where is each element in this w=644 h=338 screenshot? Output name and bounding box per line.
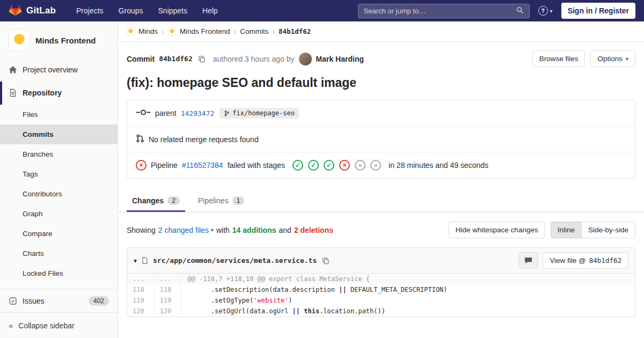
search-icon: [516, 6, 524, 16]
diff-file: ▾ src/app/common/services/meta.service.t…: [127, 247, 635, 317]
sidebar-item-project-overview[interactable]: Project overview: [0, 58, 118, 82]
sidebar-item-graph[interactable]: Graph: [0, 204, 118, 224]
chevron-down-icon: ▾: [550, 8, 553, 14]
old-line-number[interactable]: 119: [127, 295, 154, 306]
commit-title: (fix): homepage SEO and default image: [127, 76, 635, 90]
commit-header: Commit 84b1df62 authored 3 hours ago by …: [118, 42, 644, 72]
sidebar-item-compare[interactable]: Compare: [0, 224, 118, 244]
tab-pipelines[interactable]: Pipelines 1: [193, 189, 250, 212]
pipeline-duration-text: in 28 minutes and 49 seconds: [389, 161, 488, 170]
sidebar-item-files[interactable]: Files: [0, 105, 118, 124]
inline-view-button[interactable]: Inline: [551, 222, 582, 238]
new-line-number[interactable]: 118: [154, 284, 181, 295]
commit-sha: 84b1df62: [159, 55, 193, 63]
home-icon: [9, 65, 17, 74]
hide-whitespace-button[interactable]: Hide whitespace changes: [449, 222, 545, 238]
breadcrumb-minds[interactable]: Minds: [138, 27, 158, 35]
search-input[interactable]: [364, 7, 516, 15]
changes-summary-bar: Showing 2 changed files ▾ with 14 additi…: [118, 212, 644, 247]
old-line-number[interactable]: 118: [127, 284, 154, 295]
merge-requests-row: No related merge requests found: [127, 126, 635, 152]
nav-link-help[interactable]: Help: [202, 6, 218, 15]
diff-line-row: 119 119 .setOgType('website'): [127, 295, 635, 306]
sidebar-item-repository[interactable]: Repository: [0, 82, 118, 105]
collapse-sidebar-button[interactable]: « Collapse sidebar: [0, 312, 118, 338]
changed-files-dropdown[interactable]: 2 changed files ▾: [158, 226, 214, 234]
stage-failed-icon[interactable]: ×: [339, 160, 350, 171]
sidebar-item-charts[interactable]: Charts: [0, 244, 118, 263]
code-segment: ): [288, 297, 292, 304]
pipeline-id-link[interactable]: #116527384: [182, 161, 223, 170]
code-segment: .location.path()): [319, 307, 385, 315]
breadcrumb-commits[interactable]: Commits: [240, 27, 268, 35]
code-segment-operator: ||: [339, 286, 346, 293]
code-segment-string: 'website': [253, 297, 288, 304]
diff-line-row: 120 120 .setOgUrl(data.ogUrl || this.loc…: [127, 306, 635, 317]
side-by-side-view-button[interactable]: Side-by-side: [581, 222, 635, 238]
chevron-down-icon: ▾: [626, 56, 628, 62]
sidebar-item-issues[interactable]: Issues 402: [0, 289, 118, 312]
project-context-link[interactable]: Minds Frontend: [0, 21, 118, 58]
project-avatar: [9, 30, 30, 51]
toggle-comments-button[interactable]: [518, 252, 538, 269]
sidebar-item-tags[interactable]: Tags: [0, 164, 118, 184]
repository-icon: [9, 89, 17, 97]
code-line: .setOgType('website'): [181, 295, 635, 306]
code-line: .setDescription(data.description || DEFA…: [181, 284, 635, 295]
new-line-number[interactable]: 119: [154, 295, 181, 306]
stage-skipped-icon[interactable]: »: [370, 160, 381, 171]
browse-files-button[interactable]: Browse files: [532, 50, 586, 67]
code-segment: .setDescription(data.description: [188, 286, 339, 293]
sign-in-button[interactable]: Sign in / Register: [561, 3, 635, 19]
old-line-number[interactable]: 120: [127, 306, 154, 317]
copy-file-path-button[interactable]: [321, 256, 331, 266]
main-content: Minds › Minds Frontend › Commits › 84b1d…: [118, 0, 644, 317]
navbar-menu: Projects Groups Snippets Help: [76, 6, 218, 15]
help-dropdown[interactable]: ? ▾: [538, 6, 553, 16]
new-line-number[interactable]: 120: [154, 306, 181, 317]
view-file-button[interactable]: View file @ 84b1df62: [543, 252, 628, 269]
collapse-diff-icon[interactable]: ▾: [134, 257, 137, 264]
nav-link-projects[interactable]: Projects: [76, 6, 104, 15]
top-navbar: GitLab Projects Groups Snippets Help ? ▾…: [0, 0, 644, 21]
diff-hunk-row: ... ... @@ -118,7 +118,10 @@ export clas…: [127, 274, 635, 284]
merge-request-icon: [136, 134, 144, 144]
copy-icon: [322, 257, 330, 264]
stage-success-icon[interactable]: ✓: [324, 160, 334, 171]
sidebar-item-commits[interactable]: Commits: [0, 124, 118, 144]
copy-sha-button[interactable]: [197, 54, 207, 64]
group-avatar: [127, 27, 135, 35]
parent-sha-link[interactable]: 14293472: [181, 109, 215, 117]
pipeline-row: × Pipeline #116527384 failed with stages…: [127, 152, 635, 178]
question-icon: ?: [538, 6, 548, 16]
sidebar-item-branches[interactable]: Branches: [0, 144, 118, 164]
sidebar-item-locked-files[interactable]: Locked Files: [0, 263, 118, 283]
branch-badge[interactable]: fix/homepage-seo: [219, 108, 299, 119]
breadcrumb-minds-frontend[interactable]: Minds Frontend: [180, 27, 230, 35]
stage-skipped-icon[interactable]: »: [355, 160, 365, 171]
diff-file-header: ▾ src/app/common/services/meta.service.t…: [127, 248, 635, 274]
chevron-right-icon: ›: [233, 27, 236, 36]
issues-count-badge: 402: [89, 296, 109, 306]
code-segment: DEFAULT_META_DESCRIPTION): [347, 286, 448, 293]
tab-changes[interactable]: Changes 2: [127, 189, 185, 212]
author-name-link[interactable]: Mark Harding: [316, 55, 364, 63]
commit-actions: Browse files Options ▾: [532, 50, 635, 67]
view-file-label: View file @: [550, 256, 586, 264]
deletions-count: 2 deletions: [294, 226, 333, 234]
stage-success-icon[interactable]: ✓: [308, 160, 319, 171]
old-line-number: ...: [127, 274, 154, 284]
author-avatar[interactable]: [299, 53, 312, 65]
copy-icon: [198, 55, 206, 63]
sidebar-item-label: Issues: [23, 297, 44, 305]
sidebar-item-contributors[interactable]: Contributors: [0, 184, 118, 204]
tab-label: Pipelines: [198, 196, 229, 205]
code-segment-keyword: this: [304, 307, 319, 315]
nav-link-snippets[interactable]: Snippets: [158, 6, 187, 15]
stage-success-icon[interactable]: ✓: [292, 160, 303, 171]
nav-link-groups[interactable]: Groups: [119, 6, 143, 15]
gitlab-home-link[interactable]: GitLab: [9, 4, 56, 18]
authored-text: authored 3 hours ago by: [213, 55, 295, 63]
options-dropdown-button[interactable]: Options ▾: [590, 50, 635, 67]
code-line: .setOgUrl(data.ogUrl || this.location.pa…: [181, 306, 635, 317]
